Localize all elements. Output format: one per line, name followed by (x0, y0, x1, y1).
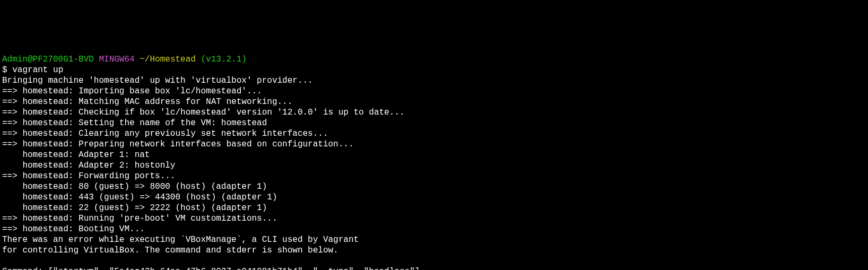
prompt-symbol: $ (2, 65, 7, 75)
prompt-branch: (v13.2.1) (201, 55, 247, 64)
command-input[interactable]: vagrant up (12, 65, 63, 75)
prompt-path: ~/Homestead (140, 55, 196, 64)
terminal-output: Bringing machine 'homestead' up with 'vi… (2, 75, 866, 270)
prompt-shell: MINGW64 (99, 55, 134, 64)
prompt-user-host: Admin@PF2700G1-BVD (2, 55, 94, 64)
terminal-window[interactable]: Admin@PF2700G1-BVD MINGW64 ~/Homestead (… (0, 53, 868, 270)
